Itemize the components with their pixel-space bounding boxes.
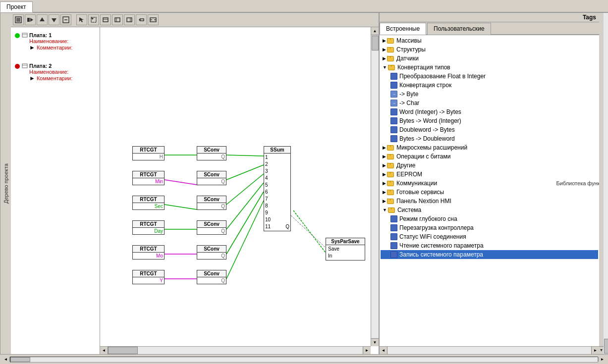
tree-item-22[interactable]: Статус WiFi соединения xyxy=(381,232,598,241)
toolbar-btn-11[interactable] xyxy=(136,14,147,25)
project-tab[interactable]: Проект xyxy=(0,1,33,12)
rp-v-thumb[interactable] xyxy=(604,339,608,354)
expand-icon-13: ▶ xyxy=(383,154,386,159)
tree-item-11[interactable]: Bytes -> Doubleword xyxy=(381,134,598,143)
tree-label-1: Структуры xyxy=(396,46,426,53)
svg-rect-2 xyxy=(27,18,30,22)
svg-line-35 xyxy=(226,183,264,229)
toolbar-btn-2[interactable] xyxy=(25,14,36,25)
main-scroll-track xyxy=(10,357,598,363)
block-sconv5[interactable]: SConv Q xyxy=(197,245,226,260)
tree-item-15[interactable]: ▶ EEPROM xyxy=(381,170,598,179)
toolbar-btn-12[interactable] xyxy=(148,14,159,25)
scroll-down-btn[interactable]: ▼ xyxy=(371,338,379,346)
block-rtcgt2[interactable]: RTCGT Min xyxy=(132,171,165,185)
rp-scroll-right[interactable]: ► xyxy=(591,347,599,354)
expand-icon-0: ▶ xyxy=(383,38,386,43)
svg-marker-5 xyxy=(52,18,56,22)
tree-item-19[interactable]: ▼ Система xyxy=(381,206,598,214)
tab-builtin[interactable]: Встроенные xyxy=(380,23,426,35)
tree-item-9[interactable]: Bytes -> Word (Integer) xyxy=(381,116,598,125)
tree-item-20[interactable]: Режим глубокого сна xyxy=(381,214,598,223)
block-sconv6[interactable]: SConv Q xyxy=(197,270,226,284)
device-name-2: Плата: 2 xyxy=(29,63,52,69)
block-rtcgt5[interactable]: RTCGT Mo xyxy=(132,245,165,260)
svg-rect-24 xyxy=(22,64,27,68)
rp-scroll-track xyxy=(387,347,591,354)
folder-icon-12 xyxy=(387,145,395,151)
tree-item-4[interactable]: Преобразование Float в Integer xyxy=(381,72,598,81)
tree-item-14[interactable]: ▶ Другие xyxy=(381,161,598,170)
tree-label-7: -> Char xyxy=(399,100,419,106)
scroll-up-btn[interactable]: ▲ xyxy=(371,27,379,35)
tree-item-2[interactable]: ▶ Датчики xyxy=(381,54,598,63)
tree-item-5[interactable]: Конвертация строк xyxy=(381,81,598,90)
tree-item-8[interactable]: Word (Integer) -> Bytes xyxy=(381,107,598,116)
scroll-thumb-h[interactable] xyxy=(108,347,138,354)
tree-item-12[interactable]: ▶ Микросхемы расширений xyxy=(381,143,598,152)
diagram-area[interactable]: RTCGT H SConv Q xyxy=(100,27,379,354)
tree-item-0[interactable]: ▶ Массивы xyxy=(381,36,598,45)
toolbar-btn-block[interactable] xyxy=(100,14,111,25)
tree-item-6[interactable]: →-> Byte xyxy=(381,90,598,99)
folder-icon-16 xyxy=(387,181,395,186)
toolbar-btn-10[interactable] xyxy=(124,14,135,25)
device-item-1[interactable]: Плата: 1 Наименование: ► Комментарии: xyxy=(11,31,100,52)
tree-item-18[interactable]: ▶ Панель Nextion HMI xyxy=(381,197,598,206)
toolbar-btn-5[interactable] xyxy=(60,14,71,25)
block-sconv2[interactable]: SConv Q xyxy=(197,171,226,185)
block-sconv4[interactable]: SConv Q xyxy=(197,220,226,235)
toolbar-btn-1[interactable] xyxy=(13,14,24,25)
block-sconv3[interactable]: SConv Q xyxy=(197,196,226,210)
tree-item-10[interactable]: Doubleword -> Bytes xyxy=(381,125,598,134)
tree-item-17[interactable]: ▶ Готовые сервисы xyxy=(381,188,598,197)
toolbar-btn-select[interactable] xyxy=(88,14,99,25)
app-window: Проект Дерево проекта xyxy=(0,0,608,364)
tree-item-21[interactable]: Перезагрузка контроллера xyxy=(381,223,598,232)
block-sysparsave[interactable]: SysParSave Save In xyxy=(326,238,365,260)
device-arrow-1: ► xyxy=(29,44,35,51)
block-rtcgt1[interactable]: RTCGT H xyxy=(132,146,165,160)
block-rtcgt4[interactable]: RTCGT Day xyxy=(132,220,165,235)
left-sidebar: Дерево проекта xyxy=(0,13,11,354)
tree-label-5: Конвертация строк xyxy=(399,82,451,89)
scroll-thumb-v[interactable] xyxy=(372,36,379,51)
scroll-track-v xyxy=(371,35,379,338)
status-bar: ◄ ► xyxy=(0,354,608,364)
svg-rect-18 xyxy=(140,19,144,21)
tree-item-3[interactable]: ▼ Конвертация типов xyxy=(381,63,598,72)
tab-custom[interactable]: Пользовательские xyxy=(427,23,491,35)
main-scroll-thumb[interactable] xyxy=(10,357,30,362)
left-sidebar-label: Дерево проекта xyxy=(3,163,9,204)
tree-label-13: Операции с битами xyxy=(396,153,450,160)
tree-item-13[interactable]: ▶ Операции с битами xyxy=(381,152,598,161)
toolbar-btn-9[interactable] xyxy=(112,14,123,25)
svg-marker-4 xyxy=(40,17,45,21)
rp-scroll-left[interactable]: ◄ xyxy=(380,347,387,354)
tree-label-17: Готовые сервисы xyxy=(396,189,444,196)
main-scroll-right[interactable]: ► xyxy=(598,357,606,362)
right-sidebar-label: Библиотека функциональных блоков ▲ ▼ xyxy=(599,13,608,354)
svg-line-37 xyxy=(226,201,264,279)
tree-item-1[interactable]: ▶ Структуры xyxy=(381,45,598,54)
item-icon-5 xyxy=(390,82,397,89)
device-item-2[interactable]: Плата: 2 Наименование: ► Комментарии: xyxy=(11,62,100,83)
scroll-left-btn[interactable]: ◄ xyxy=(100,347,108,354)
toolbar-btn-cursor[interactable] xyxy=(76,14,87,25)
center-area: Плата: 1 Наименование: ► Комментарии: xyxy=(11,13,379,354)
h-scrollbar: ◄ ► xyxy=(100,346,371,354)
block-rtcgt6[interactable]: RTCGT Y xyxy=(132,270,165,284)
device-name-1: Плата: 1 xyxy=(29,32,52,38)
tree-item-7[interactable]: →-> Char xyxy=(381,99,598,107)
tree-label-23: Чтение системного параметра xyxy=(399,242,484,249)
block-sconv1[interactable]: SConv Q xyxy=(197,146,226,160)
toolbar-btn-up[interactable] xyxy=(37,14,48,25)
main-scroll-left[interactable]: ◄ xyxy=(2,357,10,362)
tree-item-24[interactable]: Запись системного параметра xyxy=(381,250,598,259)
toolbar-btn-down[interactable] xyxy=(49,14,59,25)
scroll-right-btn[interactable]: ► xyxy=(363,347,371,354)
tree-item-23[interactable]: Чтение системного параметра xyxy=(381,241,598,250)
rp-scroll-up[interactable]: ▲ xyxy=(599,346,604,354)
block-ssum[interactable]: SSum 1 2 3 4 5 6 7 8 9 10 xyxy=(264,146,291,231)
block-rtcgt3[interactable]: RTCGT Sec xyxy=(132,196,165,210)
